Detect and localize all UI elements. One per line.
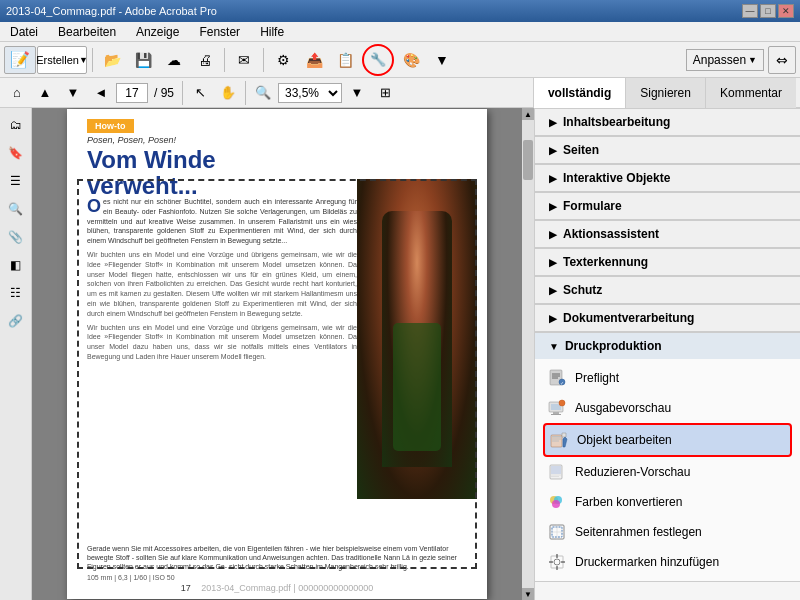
section-label-inhaltsbearbeitung: Inhaltsbearbeitung <box>563 115 670 129</box>
section-header-druckproduktion[interactable]: ▼ Druckproduktion <box>535 332 800 359</box>
sidebar-content[interactable]: ☷ <box>3 280 29 306</box>
nav-sep <box>182 81 183 105</box>
erstellen-group: 📝 Erstellen ▼ <box>4 46 87 74</box>
sidebar-bookmark[interactable]: 🔖 <box>3 140 29 166</box>
maximize-button[interactable]: □ <box>760 4 776 18</box>
section-seiten: ▶ Seiten <box>535 136 800 164</box>
section-header-schutz[interactable]: ▶ Schutz <box>535 276 800 303</box>
scroll-thumb[interactable] <box>523 140 533 180</box>
minimize-button[interactable]: — <box>742 4 758 18</box>
item-druckermarken[interactable]: Druckermarken hinzufügen <box>543 547 792 577</box>
section-inhaltsbearbeitung: ▶ Inhaltsbearbeitung <box>535 108 800 136</box>
redact-button[interactable]: 📋 <box>331 46 359 74</box>
section-header-seiten[interactable]: ▶ Seiten <box>535 136 800 163</box>
zoom-mode[interactable]: ⊞ <box>372 81 398 105</box>
section-header-aktions[interactable]: ▶ Aktionsassistent <box>535 220 800 247</box>
sidebar-nav[interactable]: 🗂 <box>3 112 29 138</box>
arrow-dokumentverarbeitung: ▶ <box>549 313 557 324</box>
section-header-formulare[interactable]: ▶ Formulare <box>535 192 800 219</box>
tab-kommentar[interactable]: Kommentar <box>705 78 796 108</box>
nav-down[interactable]: ▼ <box>60 81 86 105</box>
item-farben-konvertieren[interactable]: Farben konvertieren <box>543 487 792 517</box>
reduzieren-label: Reduzieren-Vorschau <box>575 465 690 479</box>
save-button[interactable]: 💾 <box>129 46 157 74</box>
viewer-scrollbar: ▲ ▼ <box>522 108 534 600</box>
expand-button[interactable]: ⇔ <box>768 46 796 74</box>
anpassen-button[interactable]: Anpassen ▼ <box>686 49 764 71</box>
svg-point-31 <box>554 559 560 565</box>
item-preflight[interactable]: ✓ Preflight <box>543 363 792 393</box>
special-button[interactable]: 🔧 <box>365 47 391 73</box>
druckproduktion-items: ✓ Preflight <box>535 359 800 581</box>
close-button[interactable]: ✕ <box>778 4 794 18</box>
menu-hilfe[interactable]: Hilfe <box>256 23 288 41</box>
section-header-interaktive[interactable]: ▶ Interaktive Objekte <box>535 164 800 191</box>
ausgabevorschau-label: Ausgabevorschau <box>575 401 671 415</box>
nav-up[interactable]: ▲ <box>32 81 58 105</box>
menu-anzeige[interactable]: Anzeige <box>132 23 183 41</box>
pdf-viewer: How-to Posen, Posen, Posen! Vom Winde ve… <box>32 108 522 600</box>
menu-datei[interactable]: Datei <box>6 23 42 41</box>
section-header-inhaltsbearbeitung[interactable]: ▶ Inhaltsbearbeitung <box>535 108 800 135</box>
toolbar-sep-3 <box>263 48 264 72</box>
pdf-page: How-to Posen, Posen, Posen! Vom Winde ve… <box>67 109 487 599</box>
nav-home[interactable]: ⌂ <box>4 81 30 105</box>
scroll-down[interactable]: ▼ <box>522 588 534 600</box>
hand-tool[interactable]: ✋ <box>215 81 241 105</box>
section-header-dokumentverarbeitung[interactable]: ▶ Dokumentverarbeitung <box>535 304 800 331</box>
scroll-up[interactable]: ▲ <box>522 108 534 120</box>
share-button[interactable]: 📤 <box>300 46 328 74</box>
extra-button[interactable]: ▼ <box>428 46 456 74</box>
sidebar-layers[interactable]: ◧ <box>3 252 29 278</box>
druckermarken-label: Druckermarken hinzufügen <box>575 555 719 569</box>
item-seitenrahmen[interactable]: Seitenrahmen festlegen <box>543 517 792 547</box>
toolbar-right: Anpassen ▼ ⇔ <box>686 46 796 74</box>
cloud-button[interactable]: ☁ <box>160 46 188 74</box>
left-sidebar: 🗂 🔖 ☰ 🔍 📎 ◧ ☷ 🔗 <box>0 108 32 600</box>
right-tabs: vollständig Signieren Kommentar <box>533 78 796 108</box>
open-button[interactable]: 📂 <box>98 46 126 74</box>
sidebar-thumbs[interactable]: ☰ <box>3 168 29 194</box>
section-header-texterkennung[interactable]: ▶ Texterkennung <box>535 248 800 275</box>
ausgabevorschau-icon <box>547 398 567 418</box>
color-button[interactable]: 🎨 <box>397 46 425 74</box>
settings-button[interactable]: ⚙ <box>269 46 297 74</box>
item-ausgabevorschau[interactable]: Ausgabevorschau <box>543 393 792 423</box>
tab-signieren[interactable]: Signieren <box>625 78 705 108</box>
email-button[interactable]: ✉ <box>230 46 258 74</box>
page-number-input[interactable] <box>116 83 148 103</box>
sidebar-annot[interactable]: 📎 <box>3 224 29 250</box>
arrow-inhaltsbearbeitung: ▶ <box>549 117 557 128</box>
zoom-out[interactable]: 🔍 <box>250 81 276 105</box>
zoom-dropdown[interactable]: ▼ <box>344 81 370 105</box>
nav-back[interactable]: ◄ <box>88 81 114 105</box>
arrow-druckproduktion: ▼ <box>549 341 559 352</box>
erstellen-dropdown[interactable]: Erstellen ▼ <box>37 46 87 74</box>
caption-text: Gerade wenn Sie mit Accessoires arbeiten… <box>87 544 457 571</box>
nav-sep2 <box>245 81 246 105</box>
item-reduzieren-vorschau[interactable]: Reduzieren-Vorschau <box>543 457 792 487</box>
select-tool[interactable]: ↖ <box>187 81 213 105</box>
druckermarken-icon <box>547 552 567 572</box>
menu-fenster[interactable]: Fenster <box>195 23 244 41</box>
svg-rect-9 <box>551 414 561 415</box>
svg-rect-16 <box>551 466 561 474</box>
section-druckproduktion: ▼ Druckproduktion ✓ <box>535 332 800 582</box>
menu-bearbeiten[interactable]: Bearbeiten <box>54 23 120 41</box>
svg-text:✓: ✓ <box>560 380 564 386</box>
svg-rect-14 <box>552 441 559 442</box>
tab-vollstaendig[interactable]: vollständig <box>533 78 625 108</box>
menu-bar: Datei Bearbeiten Anzeige Fenster Hilfe <box>0 22 800 42</box>
zoom-select[interactable]: 33,5% <box>278 83 342 103</box>
main-area: 🗂 🔖 ☰ 🔍 📎 ◧ ☷ 🔗 How-to Posen, Posen, Pos… <box>0 108 800 600</box>
erstellen-icon[interactable]: 📝 <box>4 46 36 74</box>
sidebar-attach[interactable]: 🔗 <box>3 308 29 334</box>
farben-icon <box>547 492 567 512</box>
section-label-seiten: Seiten <box>563 143 599 157</box>
section-label-druckproduktion: Druckproduktion <box>565 339 662 353</box>
item-objekt-bearbeiten[interactable]: Objekt bearbeiten <box>543 423 792 457</box>
model-photo <box>357 179 477 499</box>
print-button[interactable]: 🖨 <box>191 46 219 74</box>
sidebar-search[interactable]: 🔍 <box>3 196 29 222</box>
scroll-track[interactable] <box>522 120 534 588</box>
